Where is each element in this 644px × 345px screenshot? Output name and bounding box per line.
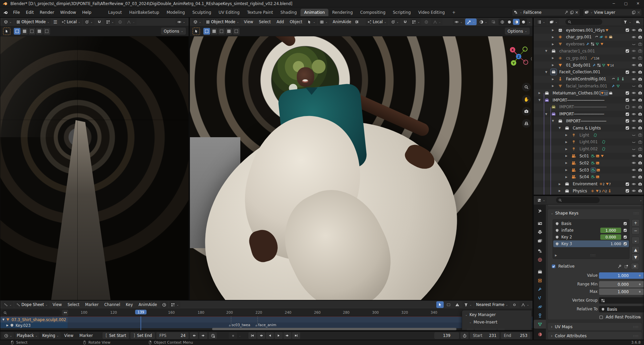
vpr-mode-selector[interactable]: Object Mode⌄ (204, 18, 241, 25)
expander-icon[interactable]: ▶ (552, 64, 554, 67)
outliner-row-faceit-collection-001[interactable]: ▼Faceit_Collection.001 (534, 69, 644, 76)
outliner-row-faceitcontrolrig-001[interactable]: ▶FaceitControlRig.001 (534, 76, 644, 83)
properties-tab-output[interactable] (534, 228, 546, 236)
render-visibility-toggle[interactable] (638, 126, 642, 130)
hide-eye-toggle[interactable] (632, 105, 636, 109)
hide-eye-toggle[interactable] (632, 182, 636, 186)
render-visibility-toggle[interactable] (638, 112, 642, 116)
vpr-select-mode-1[interactable] (211, 28, 217, 35)
ds-errors-toggle[interactable] (453, 301, 461, 308)
vpl-select-mode-0[interactable] (14, 28, 21, 35)
viewport-zoom-button[interactable] (522, 83, 531, 91)
panel-uv-maps[interactable]: ›UV Maps:::: (548, 322, 642, 331)
vpr-snap-with-selector[interactable]: ⌄ (410, 18, 421, 25)
outliner-row-facial-landmarks-001[interactable]: ▶facial_landmarks.001 (534, 82, 644, 89)
marker-sc03_twea[interactable]: ▵sc03_twea (229, 323, 250, 327)
ds-snap-selector[interactable]: ⌄ (169, 301, 180, 308)
expander-icon[interactable]: ▶ (552, 43, 554, 46)
vpr-pivot-selector[interactable]: ⌄ (389, 18, 401, 25)
expander-icon[interactable]: ▶ (565, 154, 567, 157)
properties-tab-scene[interactable] (534, 246, 546, 255)
maximize-button[interactable]: ▢ (620, 0, 632, 7)
properties-tab-constraints[interactable] (534, 311, 546, 320)
ds-current-frame-indicator-toggle[interactable] (160, 301, 168, 308)
expander-icon[interactable]: ▶ (559, 189, 561, 192)
properties-tab-tool[interactable] (534, 207, 546, 216)
outliner-row-01-body-001[interactable]: ▶01_Body.00114 (534, 62, 644, 69)
outliner-filter-button[interactable]: ⌄ (621, 18, 633, 25)
timeline-marker-menu[interactable]: Marker (77, 333, 95, 339)
expander-icon[interactable]: ▼ (538, 99, 540, 102)
render-visibility-toggle[interactable] (638, 28, 642, 32)
hide-eye-toggle[interactable] (632, 98, 636, 102)
properties-tab-object[interactable] (534, 276, 546, 285)
minimize-button[interactable]: ─ (608, 0, 620, 7)
vpr-shading-chevron[interactable]: ⌄ (528, 21, 531, 24)
outliner-display-mode[interactable]: ⌄ (535, 18, 547, 25)
scene-selector[interactable]: ⌄ FallScene ✕ (512, 9, 580, 16)
vpr-menu-select[interactable]: Select (256, 19, 273, 25)
selectability-checkbox[interactable] (625, 119, 630, 123)
panel-color-attributes[interactable]: ›Color Attributes:::: (548, 332, 642, 340)
ds-menu-marker[interactable]: Marker (83, 302, 101, 308)
shape-key-value[interactable]: 1.000 (600, 228, 621, 233)
properties-tab-object-data[interactable] (534, 320, 546, 329)
selectability-checkbox[interactable] (625, 91, 630, 95)
render-visibility-toggle[interactable] (638, 175, 642, 179)
properties-tab-world[interactable] (534, 255, 546, 264)
render-visibility-toggle[interactable] (638, 77, 642, 81)
expander-icon[interactable]: ▼ (552, 119, 554, 122)
menu-render[interactable]: Render (37, 9, 57, 16)
viewport-left-render[interactable] (0, 36, 189, 300)
workspace-tab-sculpting[interactable]: Sculpting (189, 9, 215, 16)
render-visibility-toggle[interactable] (638, 119, 642, 123)
timeline-playback-menu[interactable]: Playback⌄ (15, 332, 39, 339)
properties-tab-modifiers[interactable] (534, 285, 546, 294)
vpl-editor-type-button[interactable]: ⌄ (2, 18, 13, 25)
timeline-view-menu[interactable]: View (62, 333, 76, 339)
workspace-tab-uv-editing[interactable]: UV Editing (215, 9, 243, 16)
menu-help[interactable]: Help (79, 9, 94, 16)
vpl-orientation-selector[interactable]: Local⌄ (60, 18, 82, 25)
hide-eye-toggle[interactable] (632, 140, 636, 144)
render-visibility-toggle[interactable] (638, 49, 642, 53)
shape-key-row-key-3[interactable]: Key 31.000 (553, 240, 629, 247)
edit-mode-display-icon[interactable] (624, 264, 629, 269)
hide-eye-toggle[interactable] (632, 42, 636, 46)
vpr-shading-material[interactable] (513, 19, 520, 25)
vpr-collapse-arrow-icon[interactable]: ⟨ (531, 56, 532, 61)
expander-icon[interactable]: ▼ (545, 113, 547, 116)
expander-icon[interactable]: ▶ (565, 133, 567, 137)
shape-key-mute-checkbox[interactable] (623, 235, 627, 239)
render-visibility-toggle[interactable] (638, 189, 642, 193)
selectability-checkbox[interactable] (625, 189, 630, 193)
record-options-chevron[interactable]: ⌄ (239, 334, 241, 337)
add-rest-checkbox[interactable] (599, 315, 603, 319)
vpr-options-button[interactable]: Options⌄ (505, 28, 530, 35)
vpl-active-tool-button[interactable] (3, 28, 10, 35)
render-visibility-toggle[interactable] (638, 182, 642, 186)
vpr-xray-toggle[interactable] (490, 18, 497, 25)
ds-nearest-frame-selector[interactable]: Nearest Frame⌄ (474, 301, 510, 308)
shape-key-value[interactable]: 1.000 (600, 242, 621, 246)
selectability-checkbox[interactable] (625, 28, 630, 32)
selectability-checkbox[interactable] (625, 112, 630, 116)
hide-eye-toggle[interactable] (632, 161, 636, 165)
key-manager-button[interactable] (498, 328, 505, 331)
ds-mode-selector[interactable]: Dope Sheet⌄ (14, 301, 49, 308)
vpr-proportional-toggle[interactable] (422, 18, 430, 25)
shape-keys-remove-button[interactable]: − (632, 227, 640, 234)
ds-menu-channel[interactable]: Channel (102, 302, 122, 308)
selectability-checkbox[interactable] (625, 49, 630, 53)
vpr-orientation-selector[interactable]: Local⌄ (366, 18, 388, 25)
list-expand-icon[interactable]: ▶ (555, 254, 557, 257)
selectability-checkbox[interactable] (625, 105, 630, 109)
viewport-pan-button[interactable]: ✋ (522, 95, 531, 104)
workspace-tab-+[interactable]: + (448, 9, 459, 16)
viewport-right-render[interactable]: XZY✋⟨ (190, 36, 533, 300)
expander-icon[interactable]: ▼ (2, 318, 4, 321)
vpr-select-mode-2[interactable] (218, 28, 225, 35)
properties-search-field[interactable] (556, 197, 600, 203)
expander-icon[interactable]: ▶ (538, 91, 540, 94)
vpl-select-mode-4[interactable] (43, 28, 50, 35)
